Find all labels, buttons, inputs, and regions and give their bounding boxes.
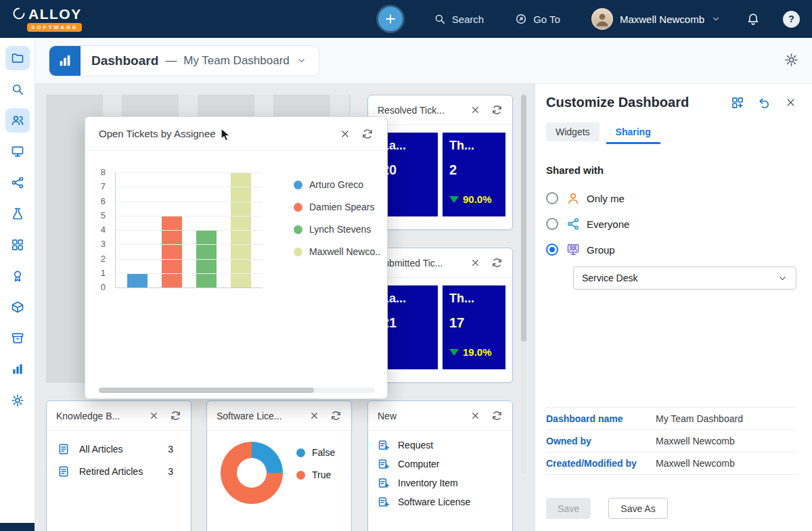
legend-label: False	[312, 447, 335, 458]
option-label: Only me	[587, 193, 625, 204]
kpi-tile: Th... 2 90.0%	[443, 133, 505, 216]
share-option-group[interactable]: Group	[546, 237, 796, 262]
info-value: My Team Dashboard	[656, 413, 743, 424]
legend-dot	[294, 248, 302, 256]
scrollbar-thumb[interactable]	[99, 388, 314, 393]
refresh-widget-button[interactable]	[361, 128, 374, 140]
close-widget-button[interactable]	[149, 411, 159, 421]
close-widget-button[interactable]	[340, 129, 351, 139]
save-button[interactable]: Save	[546, 498, 591, 519]
close-widget-button[interactable]	[470, 105, 480, 115]
refresh-icon	[491, 104, 503, 116]
legend-dot	[294, 181, 302, 189]
radio-button[interactable]	[546, 218, 558, 230]
new-computer-link[interactable]: Computer	[378, 458, 503, 470]
notifications-button[interactable]	[746, 11, 760, 27]
refresh-widget-button[interactable]	[491, 104, 503, 116]
widgets-layout-button[interactable]	[731, 96, 744, 110]
new-software-license-link[interactable]: Software License	[378, 496, 503, 508]
topbar-actions: Search Go To Maxwell Newcomb ?	[378, 7, 800, 31]
sidebar-item-assets[interactable]	[5, 139, 30, 164]
sidebar-item-search[interactable]	[5, 77, 30, 101]
reset-button[interactable]	[758, 96, 771, 110]
radio-button[interactable]	[546, 192, 558, 204]
sidebar-item-settings[interactable]	[5, 388, 30, 413]
user-menu[interactable]: Maxwell Newcomb	[591, 8, 721, 30]
dashboard-subtitle: — My Team Dashboard	[165, 54, 307, 68]
share-options: Only me Everyone Group	[546, 185, 796, 262]
open-tickets-legend: Arturo GrecoDamien SpearsLynch StevensMa…	[294, 178, 380, 267]
list-item[interactable]: Retired Articles 3	[58, 465, 180, 478]
scrollbar-thumb[interactable]	[521, 95, 526, 342]
sidebar-item-apps[interactable]	[5, 233, 30, 257]
sidebar-item-reports[interactable]	[5, 357, 30, 382]
refresh-widget-button[interactable]	[330, 410, 342, 421]
info-value: Maxwell Newcomb	[656, 436, 735, 446]
widget-header[interactable]: New	[368, 401, 512, 431]
sidebar-item-network[interactable]	[5, 170, 30, 195]
list-item[interactable]: All Articles 3	[58, 443, 180, 455]
chevron-down-icon	[777, 273, 788, 283]
close-icon	[309, 411, 319, 421]
share-option-only-me[interactable]: Only me	[546, 185, 796, 211]
alloy-logo[interactable]: ALLOY SOFTWARE	[12, 7, 82, 32]
group-icon	[566, 243, 580, 256]
sidebar-item-inventory[interactable]	[5, 295, 30, 319]
help-button[interactable]: ?	[783, 11, 800, 28]
widget-header[interactable]: Software Lice...	[207, 401, 351, 431]
refresh-widget-button[interactable]	[170, 410, 181, 421]
avatar	[591, 8, 613, 30]
item-label: Inventory Item	[398, 478, 458, 488]
search-label: Search	[452, 14, 484, 25]
awards-icon	[11, 269, 24, 283]
sidebar-item-files[interactable]	[5, 46, 30, 70]
gridline	[116, 202, 263, 202]
new-widget: New Request Computer	[367, 400, 513, 531]
articles-icon	[58, 443, 70, 455]
tile-delta: 90.0%	[449, 193, 499, 205]
y-tick-label: 0	[101, 283, 106, 292]
goto-menu-item[interactable]: Go To	[515, 13, 560, 25]
tab-sharing[interactable]: Sharing	[606, 122, 660, 144]
sidebar-item-audit[interactable]	[5, 202, 30, 226]
legend-item: Maxwell Newco..	[294, 245, 380, 259]
legend-label: Arturo Greco	[309, 178, 363, 192]
sidebar-item-contacts[interactable]	[5, 108, 30, 133]
save-as-button[interactable]: Save As	[608, 498, 668, 519]
software-license-icon	[378, 496, 390, 508]
group-select[interactable]: Service Desk	[573, 267, 796, 290]
tile-label: Th...	[449, 292, 499, 306]
refresh-widget-button[interactable]	[491, 257, 503, 269]
gridline	[116, 230, 263, 231]
window-drag-header[interactable]: Open Tickets by Assignee	[85, 117, 387, 151]
radio-button[interactable]	[546, 244, 558, 256]
tab-widgets[interactable]: Widgets	[546, 122, 600, 141]
widget-header[interactable]: Submitted Tic...	[368, 248, 512, 278]
refresh-widget-button[interactable]	[491, 410, 503, 421]
widget-header[interactable]: Knowledge B...	[47, 401, 191, 431]
new-inventory-item-link[interactable]: Inventory Item	[378, 477, 503, 489]
dashboard-selector[interactable]: Dashboard — My Team Dashboard	[49, 45, 319, 76]
close-panel-button[interactable]	[785, 97, 796, 108]
add-button[interactable]	[378, 7, 403, 31]
share-option-everyone[interactable]: Everyone	[546, 211, 796, 237]
close-widget-button[interactable]	[470, 411, 480, 421]
tile-label: Th...	[449, 139, 499, 153]
gridline	[116, 259, 263, 260]
info-row: Created/Modified by Maxwell Newcomb	[546, 453, 796, 475]
new-request-link[interactable]: Request	[378, 439, 503, 451]
brand-row: ALLOY	[12, 7, 82, 21]
horizontal-scrollbar[interactable]	[99, 388, 375, 393]
page-settings-button[interactable]	[784, 53, 798, 69]
tile-label: La...	[382, 139, 431, 153]
vertical-scrollbar[interactable]	[521, 95, 526, 474]
search-menu-item[interactable]: Search	[434, 13, 484, 25]
widget-header[interactable]: Resolved Tick...	[368, 95, 512, 125]
computer-icon	[378, 458, 390, 470]
item-label: Software License	[398, 497, 470, 507]
close-widget-button[interactable]	[470, 258, 480, 268]
legend-item: Lynch Stevens	[294, 223, 380, 237]
close-widget-button[interactable]	[309, 411, 319, 421]
sidebar-item-awards[interactable]	[5, 264, 30, 288]
sidebar-item-documents[interactable]	[5, 326, 30, 350]
